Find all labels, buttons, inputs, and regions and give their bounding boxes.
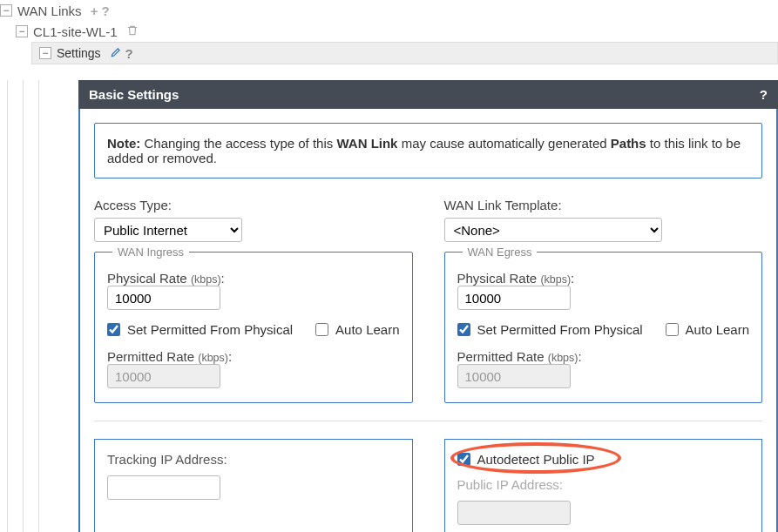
- help-icon[interactable]: ?: [760, 87, 768, 102]
- ingress-phys-unit: (kbps): [191, 273, 221, 286]
- access-type-label: Access Type:: [94, 198, 413, 212]
- ingress-legend: WAN Ingress: [112, 246, 189, 259]
- wan-ingress-group: WAN Ingress Physical Rate (kbps): Set Pe…: [94, 246, 413, 403]
- egress-phys-label: Physical Rate (kbps):: [457, 271, 575, 286]
- tracking-ip-group: Tracking IP Address:: [94, 439, 413, 532]
- tree-label-root[interactable]: WAN Links: [17, 3, 82, 18]
- public-ip-label: Public IP Address:: [457, 477, 750, 492]
- note-box: Note: Changing the access type of this W…: [94, 123, 762, 178]
- ingress-auto-learn-checkbox[interactable]: [315, 323, 328, 336]
- autodetect-public-ip-label: Autodetect Public IP: [477, 452, 595, 467]
- trash-icon[interactable]: [126, 24, 139, 39]
- ingress-auto-learn-label: Auto Learn: [335, 322, 399, 337]
- egress-perm-input: [457, 364, 571, 388]
- plus-icon[interactable]: +: [91, 3, 98, 18]
- pencil-icon[interactable]: [110, 46, 122, 61]
- note-t1: Changing the access type of this: [140, 136, 336, 151]
- collapse-icon[interactable]: −: [16, 25, 28, 37]
- egress-phys-input[interactable]: [457, 286, 571, 310]
- egress-perm-label: Permitted Rate (kbps):: [457, 349, 582, 364]
- egress-legend: WAN Egress: [463, 246, 538, 259]
- collapse-icon[interactable]: −: [39, 47, 51, 59]
- note-paths: Paths: [611, 136, 646, 151]
- ingress-set-perm-label: Set Permitted From Physical: [127, 322, 293, 337]
- template-select[interactable]: <None>: [444, 218, 662, 242]
- egress-set-perm-label: Set Permitted From Physical: [477, 322, 643, 337]
- ingress-phys-label: Physical Rate (kbps):: [107, 271, 225, 286]
- public-ip-input: [457, 501, 571, 525]
- collapse-icon[interactable]: −: [0, 4, 12, 17]
- col-egress: WAN Link Template: <None> WAN Egress Phy…: [444, 198, 763, 403]
- ingress-set-perm-checkbox[interactable]: [107, 323, 120, 336]
- note-prefix: Note:: [107, 136, 140, 151]
- wan-egress-group: WAN Egress Physical Rate (kbps): Set Per…: [444, 246, 763, 403]
- ingress-phys-input[interactable]: [107, 286, 220, 310]
- basic-settings-panel: Basic Settings ? Note: Changing the acce…: [78, 80, 778, 532]
- note-wan-link: WAN Link: [336, 136, 397, 151]
- divider: [94, 421, 762, 421]
- tree-row-child: − CL1-site-WL-1: [16, 21, 778, 42]
- note-t2: may cause automatically generated: [397, 136, 610, 151]
- egress-auto-learn-label: Auto Learn: [686, 322, 749, 337]
- egress-set-perm-checkbox[interactable]: [457, 323, 470, 336]
- tree-row-settings: − Settings ?: [31, 42, 778, 64]
- tracking-ip-input[interactable]: [107, 475, 220, 500]
- help-icon[interactable]: ?: [125, 46, 133, 61]
- egress-auto-learn-checkbox[interactable]: [666, 323, 679, 336]
- section-title: Basic Settings: [89, 87, 179, 102]
- tree-label-settings[interactable]: Settings: [57, 46, 101, 60]
- template-label: WAN Link Template:: [444, 198, 763, 212]
- tracking-ip-label: Tracking IP Address:: [107, 452, 400, 467]
- tree-label-child[interactable]: CL1-site-WL-1: [33, 24, 118, 39]
- section-header: Basic Settings ?: [78, 80, 778, 109]
- autodetect-public-ip-checkbox[interactable]: [457, 453, 470, 466]
- access-type-select[interactable]: Public Internet: [94, 218, 242, 242]
- tree-row-wan-links: − WAN Links + ?: [0, 0, 778, 21]
- col-ingress: Access Type: Public Internet WAN Ingress…: [94, 198, 413, 403]
- help-icon[interactable]: ?: [101, 3, 109, 18]
- public-ip-group: Autodetect Public IP Public IP Address:: [444, 439, 763, 532]
- ingress-perm-input: [107, 364, 220, 388]
- ingress-phys-text: Physical Rate: [107, 271, 191, 286]
- ingress-perm-label: Permitted Rate (kbps):: [107, 349, 232, 364]
